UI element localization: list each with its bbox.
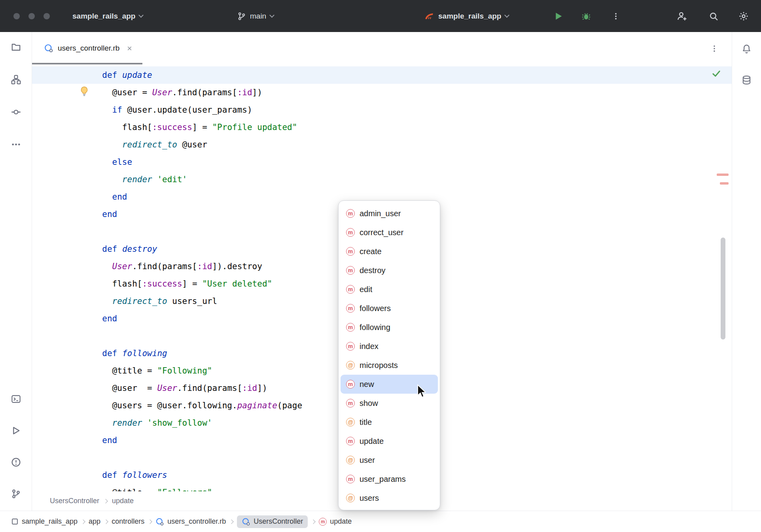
code-line[interactable]: flash[:success] = "Profile updated" (32, 119, 732, 136)
popup-item-user[interactable]: @user (341, 451, 438, 470)
popup-item-user_params[interactable]: muser_params (341, 470, 438, 489)
popup-item-label: microposts (360, 361, 398, 370)
chevron-right-icon (148, 519, 152, 524)
error-stripe-mark[interactable] (720, 182, 729, 185)
method-icon: m (346, 399, 355, 407)
editor-breadcrumb-item[interactable]: UsersController (50, 497, 99, 505)
git-branch-icon (11, 489, 21, 499)
editor-options-kebab-icon[interactable] (708, 42, 721, 55)
problems-tool-button[interactable] (9, 455, 23, 469)
database-tool-button[interactable] (740, 73, 754, 87)
method-icon: m (346, 437, 355, 445)
popup-item-edit[interactable]: medit (341, 280, 438, 299)
attribute-icon: @ (346, 418, 355, 426)
popup-item-microposts[interactable]: @microposts (341, 356, 438, 375)
method-icon: m (346, 266, 355, 275)
chevron-right-icon (81, 519, 85, 524)
structure-icon (11, 75, 21, 85)
breadcrumb-sample_rails_app[interactable]: sample_rails_app (11, 517, 78, 526)
chevron-right-icon (311, 519, 316, 524)
project-widget[interactable]: sample_rails_app (72, 0, 143, 32)
breadcrumb-UsersController[interactable]: UsersController (237, 515, 308, 528)
more-tool-windows-button[interactable] (9, 137, 23, 151)
ruby-class-file-icon (44, 43, 53, 53)
method-icon: m (346, 228, 355, 237)
more-actions-kebab-icon[interactable] (607, 8, 625, 25)
popup-item-title[interactable]: @title (341, 413, 438, 432)
popup-item-label: index (360, 342, 379, 351)
run-tool-button[interactable] (9, 423, 23, 438)
popup-item-followers[interactable]: mfollowers (341, 299, 438, 318)
popup-item-label: update (360, 437, 384, 446)
folder-icon (11, 42, 21, 52)
popup-item-admin_user[interactable]: madmin_user (341, 204, 438, 223)
inspections-ok-check-icon[interactable] (711, 68, 721, 80)
intention-lightbulb-icon[interactable] (79, 86, 90, 98)
code-line[interactable]: @user = User.find(params[:id]) (32, 84, 732, 101)
method-icon: m (346, 323, 355, 332)
attribute-icon: @ (346, 494, 355, 502)
notifications-button[interactable] (740, 42, 754, 56)
ide-window: sample_rails_app main sample_rails_app (0, 0, 761, 532)
code-line[interactable]: else (32, 153, 732, 171)
code-line[interactable]: if @user.update(user_params) (32, 101, 732, 119)
close-icon[interactable] (126, 45, 133, 52)
commit-tool-button[interactable] (9, 105, 23, 119)
window-zoom-button[interactable] (44, 13, 50, 19)
git-tool-button[interactable] (9, 487, 23, 501)
status-breadcrumbs: sample_rails_appappcontrollersusers_cont… (11, 515, 352, 528)
popup-item-index[interactable]: mindex (341, 337, 438, 356)
window-close-button[interactable] (13, 13, 20, 19)
structure-popup: madmin_usermcorrect_usermcreatemdestroym… (338, 200, 440, 510)
window-minimize-button[interactable] (28, 13, 35, 19)
chevron-right-icon (229, 519, 234, 524)
editor-scrollbar[interactable] (721, 238, 725, 340)
popup-item-label: followers (360, 304, 391, 313)
popup-item-label: admin_user (360, 209, 401, 218)
user-add-icon (677, 11, 687, 21)
popup-item-users[interactable]: @users (341, 489, 438, 507)
method-icon: m (346, 209, 355, 218)
right-tool-strip (732, 32, 761, 511)
popup-item-label: edit (360, 285, 372, 294)
method-icon: m (346, 304, 355, 313)
code-line[interactable]: redirect_to @user (32, 136, 732, 153)
method-icon: m (346, 475, 355, 483)
popup-item-destroy[interactable]: mdestroy (341, 261, 438, 280)
code-line[interactable]: def update (32, 66, 732, 84)
mouse-cursor (416, 384, 427, 400)
popup-item-label: show (360, 399, 378, 408)
window-controls[interactable] (13, 13, 50, 19)
project-tool-button[interactable] (9, 40, 23, 54)
tab-title: users_controller.rb (58, 44, 119, 53)
run-outline-icon (11, 426, 21, 436)
breadcrumb-users_controller.rb[interactable]: users_controller.rb (155, 517, 226, 526)
structure-tool-button[interactable] (9, 72, 23, 87)
breadcrumb-update[interactable]: mupdate (319, 517, 352, 526)
vcs-widget[interactable]: main (237, 0, 274, 32)
popup-item-correct_user[interactable]: mcorrect_user (341, 223, 438, 242)
popup-item-update[interactable]: mupdate (341, 432, 438, 451)
code-line[interactable]: render 'edit' (32, 171, 732, 188)
popup-item-create[interactable]: mcreate (341, 242, 438, 261)
error-stripe-mark[interactable] (717, 174, 729, 176)
terminal-tool-button[interactable] (9, 392, 23, 406)
breadcrumb-app[interactable]: app (89, 517, 100, 526)
breadcrumb-label: UsersController (254, 517, 303, 526)
tab-users-controller[interactable]: users_controller.rb (32, 32, 142, 64)
debug-button[interactable] (577, 8, 595, 25)
chevron-right-icon (104, 519, 108, 524)
breadcrumb-label: controllers (112, 517, 144, 526)
breadcrumb-label: app (89, 517, 100, 526)
chevron-right-icon (103, 499, 108, 503)
search-everywhere-button[interactable] (705, 8, 722, 25)
code-with-me-button[interactable] (673, 8, 691, 25)
settings-button[interactable] (735, 8, 752, 25)
run-configuration-widget[interactable]: sample_rails_app (424, 0, 509, 32)
breadcrumb-controllers[interactable]: controllers (112, 517, 144, 526)
left-tool-strip (0, 32, 32, 511)
editor-breadcrumb-item[interactable]: update (112, 497, 134, 505)
run-button[interactable] (550, 8, 567, 25)
play-icon (554, 11, 563, 21)
popup-item-following[interactable]: mfollowing (341, 318, 438, 337)
